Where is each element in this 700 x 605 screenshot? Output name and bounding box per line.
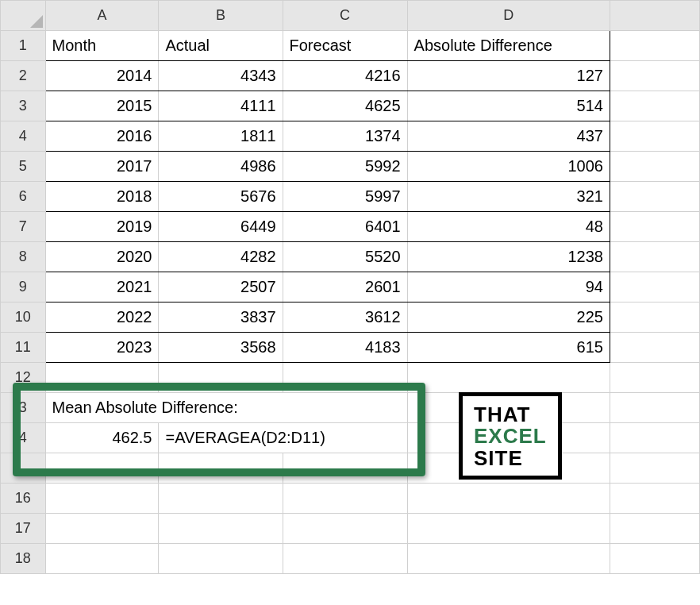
cell-C6[interactable]: 5997 [283,182,407,212]
cell-E1[interactable] [610,31,699,61]
row-header-14[interactable]: 4 [1,423,46,453]
cell-A18[interactable] [45,544,159,574]
cell-E14[interactable] [610,423,699,453]
cell-D4[interactable]: 437 [407,121,610,152]
row-header-5[interactable]: 5 [1,152,46,182]
col-header-E[interactable] [610,1,699,31]
row-header-15[interactable] [1,453,46,484]
cell-A3[interactable]: 2015 [45,91,159,121]
cell-D9[interactable]: 94 [407,272,610,302]
cell-D10[interactable]: 225 [407,302,610,333]
cell-C4[interactable]: 1374 [283,121,407,152]
col-header-A[interactable]: A [45,1,159,31]
cell-A9[interactable]: 2021 [45,272,159,302]
cell-D11[interactable]: 615 [407,333,610,363]
cell-D8[interactable]: 1238 [407,242,610,272]
cell-B16[interactable] [159,484,283,514]
select-all-corner[interactable] [1,1,46,31]
cell-B15[interactable] [159,453,283,484]
cell-C2[interactable]: 4216 [283,61,407,91]
row-header-11[interactable]: 11 [1,333,46,363]
row-header-12[interactable]: 12 [1,363,46,393]
cell-C10[interactable]: 3612 [283,302,407,333]
row-header-3[interactable]: 3 [1,91,46,121]
cell-B3[interactable]: 4111 [159,91,283,121]
cell-A17[interactable] [45,514,159,544]
cell-C8[interactable]: 5520 [283,242,407,272]
cell-C1[interactable]: Forecast [283,31,407,61]
row-header-4[interactable]: 4 [1,121,46,152]
cell-D17[interactable] [407,514,610,544]
cell-E17[interactable] [610,514,699,544]
cell-E15[interactable] [610,453,699,484]
row-header-9[interactable]: 9 [1,272,46,302]
cell-B10[interactable]: 3837 [159,302,283,333]
cell-C16[interactable] [283,484,407,514]
cell-C12[interactable] [283,363,407,393]
cell-B12[interactable] [159,363,283,393]
cell-C15[interactable] [283,453,407,484]
cell-E12[interactable] [610,363,699,393]
cell-C17[interactable] [283,514,407,544]
cell-E3[interactable] [610,91,699,121]
cell-E6[interactable] [610,182,699,212]
cell-A1[interactable]: Month [45,31,159,61]
row-header-17[interactable]: 17 [1,514,46,544]
cell-E7[interactable] [610,212,699,242]
cell-D6[interactable]: 321 [407,182,610,212]
cell-A14[interactable]: 462.5 [45,423,159,453]
cell-C5[interactable]: 5992 [283,152,407,182]
cell-A15[interactable] [45,453,159,484]
col-header-B[interactable]: B [159,1,283,31]
cell-A10[interactable]: 2022 [45,302,159,333]
cell-D2[interactable]: 127 [407,61,610,91]
cell-B8[interactable]: 4282 [159,242,283,272]
cell-A7[interactable]: 2019 [45,212,159,242]
row-header-18[interactable]: 18 [1,544,46,574]
cell-C7[interactable]: 6401 [283,212,407,242]
cell-A6[interactable]: 2018 [45,182,159,212]
col-header-D[interactable]: D [407,1,610,31]
row-header-6[interactable]: 6 [1,182,46,212]
cell-B4[interactable]: 1811 [159,121,283,152]
cell-D3[interactable]: 514 [407,91,610,121]
cell-E2[interactable] [610,61,699,91]
cell-A2[interactable]: 2014 [45,61,159,91]
cell-E9[interactable] [610,272,699,302]
cell-E10[interactable] [610,302,699,333]
cell-C9[interactable]: 2601 [283,272,407,302]
cell-A11[interactable]: 2023 [45,333,159,363]
cell-B18[interactable] [159,544,283,574]
cell-D7[interactable]: 48 [407,212,610,242]
cell-C18[interactable] [283,544,407,574]
cell-C3[interactable]: 4625 [283,91,407,121]
cell-D16[interactable] [407,484,610,514]
col-header-C[interactable]: C [283,1,407,31]
cell-D5[interactable]: 1006 [407,152,610,182]
cell-B9[interactable]: 2507 [159,272,283,302]
cell-E8[interactable] [610,242,699,272]
cell-D12[interactable] [407,363,610,393]
cell-A16[interactable] [45,484,159,514]
row-header-13[interactable]: 3 [1,393,46,423]
cell-B11[interactable]: 3568 [159,333,283,363]
row-header-1[interactable]: 1 [1,31,46,61]
cell-C11[interactable]: 4183 [283,333,407,363]
cell-B2[interactable]: 4343 [159,61,283,91]
cell-D18[interactable] [407,544,610,574]
cell-E5[interactable] [610,152,699,182]
cell-B7[interactable]: 6449 [159,212,283,242]
cell-E4[interactable] [610,121,699,152]
row-header-7[interactable]: 7 [1,212,46,242]
cell-B17[interactable] [159,514,283,544]
row-header-16[interactable]: 16 [1,484,46,514]
cell-B14[interactable]: =AVERAGEA(D2:D11) [159,423,407,453]
cell-D1[interactable]: Absolute Difference [407,31,610,61]
cell-E18[interactable] [610,544,699,574]
cell-E13[interactable] [610,393,699,423]
row-header-2[interactable]: 2 [1,61,46,91]
cell-A4[interactable]: 2016 [45,121,159,152]
row-header-8[interactable]: 8 [1,242,46,272]
cell-A8[interactable]: 2020 [45,242,159,272]
cell-A12[interactable] [45,363,159,393]
